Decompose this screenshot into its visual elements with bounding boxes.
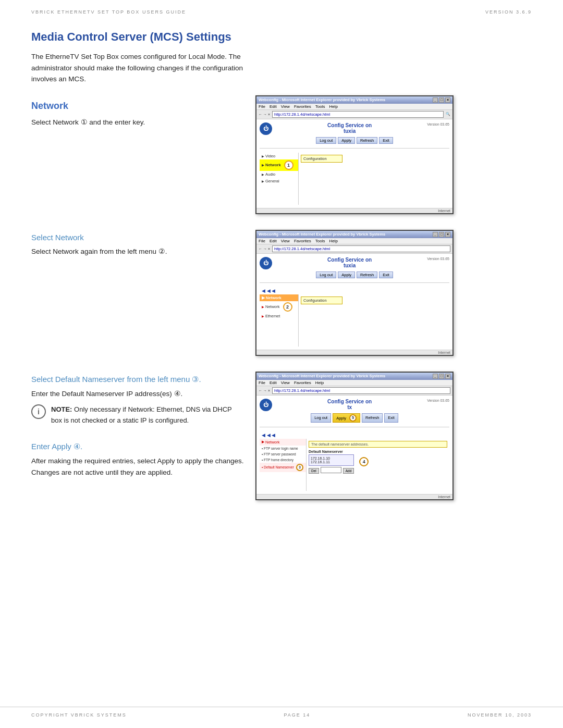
note-body: Only necessary if Network: Ethernet, DNS… xyxy=(51,405,232,424)
section3-body: Enter the Default Nameserver IP address(… xyxy=(31,388,245,400)
browser2-titlebar: Webconfig - Microsoft Internet Explorer … xyxy=(256,231,452,238)
maximize-btn-2[interactable]: □ xyxy=(439,232,444,237)
config1-body-area: ▶ Video ▶ Network 1 ▶ Audio ▶ General xyxy=(260,153,449,205)
close-btn[interactable]: × xyxy=(445,97,450,103)
config1-main: Configuration xyxy=(299,153,449,205)
config1-buttons: Log out Apply Refresh Exit xyxy=(260,137,449,144)
sidebar3-ftp-pass[interactable]: • FTP server password xyxy=(260,451,306,457)
section1-body: Select Network ① and the enter key. xyxy=(31,117,245,128)
section4-block: Enter Apply ④. After making the required… xyxy=(31,442,245,478)
sidebar-general[interactable]: ▶ General xyxy=(260,178,298,184)
ns-buttons: Del Add xyxy=(309,467,354,474)
config2-buttons: Log out Apply Refresh Exit xyxy=(260,272,449,278)
section-network-left: Network Select Network ① and the enter k… xyxy=(31,95,255,128)
config3-version: Version 03.65 xyxy=(427,399,449,402)
section1-title: Network xyxy=(31,101,245,112)
minimize-btn[interactable]: _ xyxy=(433,97,438,103)
minimize-btn-3[interactable]: _ xyxy=(433,374,438,379)
browser2-address[interactable]: http://172.28.1.4d/netscape.html xyxy=(272,245,450,252)
page-footer: COPYRIGHT VBRICK SYSTEMS PAGE 14 NOVEMBE… xyxy=(0,707,563,718)
browser-window-3: Webconfig - Microsoft Internet Explorer … xyxy=(255,372,454,500)
close-btn-3[interactable]: × xyxy=(445,374,450,379)
logout-btn[interactable]: Log out xyxy=(316,137,336,144)
section4-title: Enter Apply ④. xyxy=(31,442,245,451)
config1-field: Configuration xyxy=(301,155,342,163)
breadcrumb-arrows-3: ◀ ◀ ◀ xyxy=(260,431,449,439)
config3-main: The default nameserver addresses. Defaul… xyxy=(307,439,449,491)
exit-btn[interactable]: Exit xyxy=(379,137,393,144)
sidebar3-network[interactable]: ▶ Network xyxy=(260,439,306,446)
section3-right: Webconfig - Microsoft Internet Explorer … xyxy=(255,372,464,500)
sidebar-video[interactable]: ▶ Video xyxy=(260,153,298,159)
minimize-btn-2[interactable]: _ xyxy=(433,232,438,237)
browser3-address[interactable]: http://172.28.1.4d/netscape.html xyxy=(272,387,450,394)
browser1-controls: _ □ × xyxy=(433,97,450,103)
maximize-btn-3[interactable]: □ xyxy=(439,374,444,379)
browser2-menubar: File Edit View Favorites Tools Help xyxy=(256,238,452,244)
section-network-right: Webconfig - Microsoft Internet Explorer … xyxy=(255,95,464,214)
config1-title-block: Config Service on tuxia xyxy=(272,122,427,134)
sidebar3-ftp-home[interactable]: • FTP home directory xyxy=(260,457,306,463)
config3-body-area: ▶ Network • FTP server login name • FTP … xyxy=(260,439,449,491)
sidebar2-ethernet[interactable]: ▶ Ethernet xyxy=(260,313,298,319)
browser1-body: ⏻ Config Service on tuxia Version 03.65 … xyxy=(256,119,452,208)
ns-input[interactable] xyxy=(321,467,341,473)
sidebar3-default-ns[interactable]: • Default Nameserver 3 xyxy=(260,463,306,472)
logout-btn-3[interactable]: Log out xyxy=(311,413,331,423)
sidebar-network[interactable]: ▶ Network 1 xyxy=(260,159,298,171)
browser2-status: Internet xyxy=(256,350,452,355)
exit-btn-3[interactable]: Exit xyxy=(384,413,398,423)
section2-body: Select Network again from the left menu … xyxy=(31,246,245,257)
config2-subtitle: tuxia xyxy=(272,263,427,268)
section3-left: Select Default Nameserver from the left … xyxy=(31,372,255,478)
exit-btn-2[interactable]: Exit xyxy=(379,272,393,278)
apply-btn-3[interactable]: Apply 5 xyxy=(333,413,360,423)
apply-btn[interactable]: Apply xyxy=(338,137,355,144)
refresh-btn-2[interactable]: Refresh xyxy=(357,272,377,278)
browser3-body: ⏻ Config Service on tx Version 03.65 Log… xyxy=(256,396,452,494)
sidebar-audio[interactable]: ▶ Audio xyxy=(260,171,298,178)
browser1-menubar: File Edit View Favorites Tools Help xyxy=(256,104,452,110)
section2-left: Select Network Select Network again from… xyxy=(31,230,255,257)
config1-version: Version 03.65 xyxy=(427,122,449,126)
apply-btn-2[interactable]: Apply xyxy=(338,272,355,278)
browser1-status: Internet xyxy=(256,208,452,213)
sidebar2-network-header[interactable]: ▶ Network xyxy=(260,294,298,301)
badge-2: 2 xyxy=(283,302,292,312)
page-header: VBRICK ETHERNETV SET TOP BOX USERS GUIDE… xyxy=(0,0,563,15)
breadcrumb-arrows: ◀ ◀ ◀ xyxy=(260,287,449,294)
intro-text: The EtherneTV Set Top Box comes configur… xyxy=(31,51,266,85)
header-left: VBRICK ETHERNETV SET TOP BOX USERS GUIDE xyxy=(31,9,186,15)
config2-field: Configuration xyxy=(301,297,342,304)
config1-logo: ⏻ xyxy=(260,122,272,135)
badge-5: 5 xyxy=(349,414,357,422)
badge-3: 3 xyxy=(296,464,303,471)
close-btn-2[interactable]: × xyxy=(445,232,450,237)
maximize-btn[interactable]: □ xyxy=(439,97,444,103)
refresh-btn-3[interactable]: Refresh xyxy=(362,413,383,423)
refresh-btn[interactable]: Refresh xyxy=(357,137,377,144)
del-btn[interactable]: Del xyxy=(309,468,319,474)
badge-4: 4 xyxy=(359,457,369,466)
config2-version: Version 03.65 xyxy=(427,257,449,261)
browser2-toolbar: ← → × http://172.28.1.4d/netscape.html xyxy=(256,244,452,254)
add-btn[interactable]: Add xyxy=(343,468,354,474)
badge-1: 1 xyxy=(284,161,293,170)
browser3-titlebar: Webconfig - Microsoft Internet Explorer … xyxy=(256,373,452,380)
browser-window-1: Webconfig - Microsoft Internet Explorer … xyxy=(255,95,454,214)
browser3-controls: _ □ × xyxy=(433,374,450,379)
browser3-status: Internet xyxy=(256,494,452,499)
config2-main: Configuration xyxy=(299,294,449,347)
logout-btn-2[interactable]: Log out xyxy=(316,272,336,278)
nameserver-box: Default Nameserver 172.16.1.10 172.16.1.… xyxy=(309,450,354,474)
note-text: NOTE: Only necessary if Network: Etherne… xyxy=(51,404,234,426)
browser1-address[interactable]: http://172.28.1.4d/netscape.html xyxy=(272,111,444,118)
sidebar2-network[interactable]: ▶ Network 2 xyxy=(260,301,298,313)
sidebar3-ftp-login[interactable]: • FTP server login name xyxy=(260,446,306,451)
browser-window-2: Webconfig - Microsoft Internet Explorer … xyxy=(255,230,454,356)
section4-body: After making the required entries, selec… xyxy=(31,455,245,478)
browser3-menubar: File Edit View Favorites Help xyxy=(256,380,452,386)
ns-value-1: 172.16.1.10 xyxy=(311,456,352,460)
hint-text: The default nameserver addresses. xyxy=(309,441,447,448)
section-nameserver: Select Default Nameserver from the left … xyxy=(31,372,532,500)
